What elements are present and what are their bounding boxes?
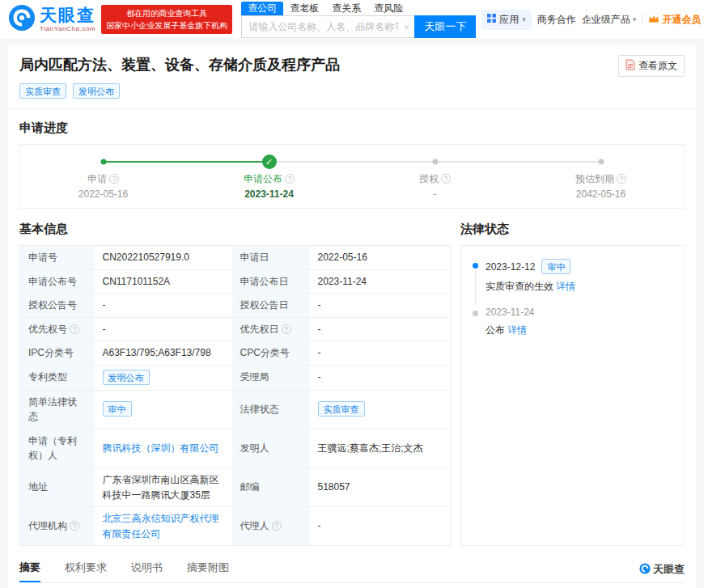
info-label: 代理人? xyxy=(232,507,310,546)
info-label: 授权公告日 xyxy=(232,294,310,318)
entity-link[interactable]: 北京三高永信知识产权代理有限责任公司 xyxy=(103,513,219,539)
brand-domain: TianYanCha.com xyxy=(40,25,95,32)
nav-enterprise-products[interactable]: 企业级产品 ▾ xyxy=(582,13,637,27)
progress-step-date: 2023-11-24 xyxy=(186,188,352,200)
help-icon[interactable]: ? xyxy=(285,174,295,184)
legal-status-item: 2023-11-24公布 详情 xyxy=(473,307,672,337)
progress-line xyxy=(269,161,353,163)
patent-status-tags: 实质审查发明公布 xyxy=(19,83,685,99)
info-label: 邮编 xyxy=(232,467,310,506)
patent-status-tag: 发明公布 xyxy=(73,83,120,99)
info-value: 2023-11-24 xyxy=(310,269,451,294)
search-tab[interactable]: 查老板 xyxy=(283,2,325,15)
tianyancha-logo-icon xyxy=(8,4,36,35)
help-icon[interactable]: ? xyxy=(70,521,79,531)
detail-link[interactable]: 详情 xyxy=(556,281,575,292)
search-input[interactable] xyxy=(241,15,414,38)
info-value: - xyxy=(310,317,451,341)
info-value: - xyxy=(310,365,451,390)
basic-info-table: 申请号CN202210527919.0申请日2022-05-16申请公布号CN1… xyxy=(19,245,451,546)
search-button[interactable]: 天眼一下 xyxy=(414,15,476,38)
search-tab[interactable]: 查风险 xyxy=(367,2,409,15)
progress-line xyxy=(435,161,519,163)
vip-crown-icon xyxy=(648,14,659,26)
help-icon[interactable]: ? xyxy=(70,324,79,334)
table-row: 申请公布号CN117101152A申请公布日2023-11-24 xyxy=(20,269,451,294)
info-value: 广东省深圳市南山区高新区科技中一路腾讯大厦35层 xyxy=(95,467,232,506)
help-icon[interactable]: ? xyxy=(272,521,282,531)
help-icon[interactable]: ? xyxy=(441,174,451,184)
info-value: - xyxy=(310,341,451,366)
patent-status-tag: 实质审查 xyxy=(19,83,66,99)
status-tag: 发明公布 xyxy=(103,370,150,385)
info-label: 代理机构? xyxy=(20,507,95,546)
legal-desc: 公布 详情 xyxy=(486,324,672,337)
info-value: CN117101152A xyxy=(95,269,232,294)
info-value: 发明公布 xyxy=(95,365,232,390)
legal-status-section-title: 法律状态 xyxy=(460,222,685,237)
doc-tab[interactable]: 摘要 xyxy=(19,561,40,582)
table-row: 地址广东省深圳市南山区高新区科技中一路腾讯大厦35层邮编518057 xyxy=(20,467,451,506)
table-row: 简单法律状态审中法律状态实质审查 xyxy=(20,390,451,429)
progress-line xyxy=(518,161,601,163)
search-block: 查公司查老板查关系查风险 × 天眼一下 xyxy=(241,2,476,38)
progress-step: ✓申请公布?2023-11-24 xyxy=(186,154,352,200)
doc-tab[interactable]: 说明书 xyxy=(131,561,163,582)
search-tabs: 查公司查老板查关系查风险 xyxy=(241,2,476,15)
top-header: 天眼查 TianYanCha.com 都在用的商业查询工具 国家中小企业发展子基… xyxy=(0,0,704,39)
info-value: - xyxy=(310,294,451,318)
help-icon[interactable]: ? xyxy=(617,174,626,184)
table-row: 优先权号?-优先权日?- xyxy=(20,317,451,341)
info-label: 申请公布日 xyxy=(232,269,310,294)
info-label: 申请号 xyxy=(20,246,95,270)
table-row: 申请（专利权）人腾讯科技（深圳）有限公司发明人王骥远;蔡嘉杰;王治;文杰 xyxy=(20,429,451,467)
tianyancha-logo[interactable]: 天眼查 TianYanCha.com xyxy=(8,4,95,35)
info-label: 授权公告号 xyxy=(20,294,95,318)
status-tag: 审中 xyxy=(103,401,132,417)
chevron-down-icon: ▾ xyxy=(522,15,526,23)
legal-status-item: 2023-12-12审中实质审查的生效 详情 xyxy=(473,259,672,294)
progress-step-date: 2022-05-16 xyxy=(20,188,186,200)
doc-tab[interactable]: 摘要附图 xyxy=(187,561,229,582)
section-divider xyxy=(8,108,696,109)
progress-step-date: - xyxy=(352,188,518,200)
search-tab[interactable]: 查关系 xyxy=(325,2,367,15)
promo-line1: 都在用的商业查询工具 xyxy=(106,7,227,19)
status-tag: 实质审查 xyxy=(318,401,365,417)
info-value: 2022-05-16 xyxy=(310,246,451,270)
entity-link[interactable]: 腾讯科技（深圳）有限公司 xyxy=(103,442,219,454)
main-content: 局内匹配方法、装置、设备、存储介质及程序产品 查看原文 实质审查发明公布 申请进… xyxy=(8,44,696,588)
info-label: 法律状态 xyxy=(232,390,310,429)
info-value: - xyxy=(95,294,232,318)
detail-link[interactable]: 详情 xyxy=(507,324,527,336)
help-icon[interactable]: ? xyxy=(109,174,119,184)
nav-apps[interactable]: 应用 ▾ xyxy=(481,10,532,30)
info-value: 实质审查 xyxy=(310,390,451,429)
table-row: 授权公告号-授权公告日- xyxy=(20,294,451,318)
help-icon[interactable]: ? xyxy=(282,324,291,334)
progress-step: 授权?- xyxy=(352,154,518,200)
clear-search-icon[interactable]: × xyxy=(404,20,410,32)
app-grid-icon xyxy=(487,14,496,25)
brand-name: 天眼查 xyxy=(40,6,95,23)
chevron-down-icon: ▾ xyxy=(633,15,637,23)
view-original-button[interactable]: 查看原文 xyxy=(618,55,685,77)
info-value: 北京三高永信知识产权代理有限责任公司 xyxy=(95,507,232,546)
doc-tab[interactable]: 权利要求 xyxy=(65,561,107,582)
legal-status-timeline: 2023-12-12审中实质审查的生效 详情2023-11-24公布 详情 xyxy=(460,245,685,546)
progress-step-label: 预估到期? xyxy=(518,172,684,186)
progress-step-date: 2042-05-16 xyxy=(518,188,684,200)
doc-tabs-items: 摘要权利要求说明书摘要附图 xyxy=(19,561,229,582)
search-tab[interactable]: 查公司 xyxy=(241,2,283,15)
info-value: - xyxy=(310,507,451,546)
nav-business-cooperation[interactable]: 商务合作 xyxy=(537,13,576,27)
info-label: 申请公布号 xyxy=(20,269,95,294)
nav-vip-membership[interactable]: 开通会员 ▾ xyxy=(648,13,704,27)
patent-detail-page: 天眼查 TianYanCha.com 都在用的商业查询工具 国家中小企业发展子基… xyxy=(0,0,704,588)
info-label: 发明人 xyxy=(232,429,310,467)
table-row: 代理机构?北京三高永信知识产权代理有限责任公司代理人?- xyxy=(20,507,451,546)
info-label: 地址 xyxy=(20,467,95,506)
progress-step-label: 申请公布? xyxy=(186,172,352,186)
progress-dot xyxy=(598,159,604,165)
watermark: 天眼查 xyxy=(639,562,685,582)
